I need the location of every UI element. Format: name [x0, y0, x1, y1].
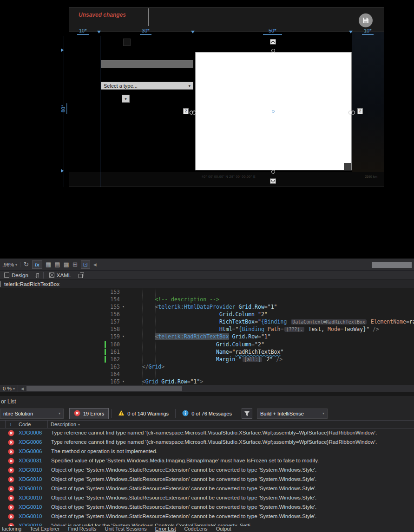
snaplines-toggle-icon[interactable]: ⊡	[81, 260, 90, 269]
bottom-tab-unit-test-sessions[interactable]: Unit Test Sessions	[101, 526, 151, 532]
bottom-tab-codelens[interactable]: CodeLens	[180, 526, 211, 532]
editor-line[interactable]: 157 RichTextBox="{Binding DataContext=Ra…	[0, 318, 414, 325]
error-row[interactable]: XDG0031Specified value of type 'System.W…	[0, 456, 414, 466]
fold-arrow-icon[interactable]: ▾	[122, 333, 125, 340]
error-row[interactable]: XDG0010Object of type 'System.Windows.St…	[0, 512, 414, 521]
designed-combobox[interactable]: Select a type... ▾	[101, 82, 193, 90]
error-code-link[interactable]: XDG0010	[19, 513, 42, 519]
filter-button[interactable]	[242, 408, 252, 419]
editor-line[interactable]: 158 Html="{Binding Path=(???). Test, Mod…	[0, 325, 414, 333]
description-column-header[interactable]: Description ▾	[48, 421, 414, 428]
resize-handle-top[interactable]	[271, 49, 275, 52]
error-code-link[interactable]: XDG0010	[19, 495, 42, 500]
popout-icon[interactable]	[75, 271, 87, 279]
fold-arrow-icon[interactable]: ▾	[122, 378, 125, 385]
grid-rails-icon[interactable]: ▤	[54, 260, 60, 269]
column-width-label[interactable]: 10*	[77, 28, 89, 35]
designed-dropdown-button[interactable]: ▾	[122, 95, 130, 103]
xaml-editor[interactable]: 153154 <!-- description -->155▾ <telerik…	[0, 288, 414, 385]
resize-grip[interactable]	[344, 163, 351, 170]
designed-image-placeholder[interactable]	[123, 39, 131, 46]
error-row[interactable]: XDG0010Object of type 'System.Windows.St…	[0, 493, 414, 503]
editor-line[interactable]: 164	[0, 370, 414, 378]
fold-arrow-icon[interactable]: ▾	[122, 303, 125, 311]
warnings-filter-button[interactable]: 0 of 140 Warnings	[114, 408, 173, 419]
error-code-link[interactable]: XDG0031	[19, 458, 42, 463]
row-height-label[interactable]: 80*	[60, 104, 67, 114]
error-code-link[interactable]: XDG0010	[19, 486, 42, 491]
editor-hscrollbar[interactable]	[26, 385, 414, 392]
editor-line[interactable]: 156 Grid.Column="2"	[0, 311, 414, 318]
swap-panes-icon[interactable]	[33, 271, 42, 279]
messages-filter-button[interactable]: 0 of 76 Messages	[178, 408, 236, 419]
editor-line[interactable]: 160 Grid.Column="2"	[0, 341, 414, 348]
error-code-link[interactable]: XDG0018	[19, 523, 42, 526]
margin-anchor-top-icon[interactable]	[270, 39, 276, 45]
column-marker-icon[interactable]	[191, 31, 195, 33]
errors-filter-button[interactable]: 19 Errors	[69, 408, 109, 419]
snapping-icon[interactable]: ⊞	[72, 260, 78, 269]
tab-xaml[interactable]: XAML	[45, 271, 75, 279]
designed-textbox[interactable]	[101, 60, 193, 68]
error-code-link[interactable]: XDG0010	[19, 467, 42, 473]
error-code-link[interactable]: XDG0006	[19, 439, 42, 445]
margin-right-value[interactable]: 2	[357, 108, 363, 114]
column-marker-icon[interactable]	[349, 31, 353, 33]
refresh-icon[interactable]: ↻	[24, 260, 29, 269]
error-row[interactable]: XDG0010Object of type 'System.Windows.St…	[0, 475, 414, 484]
breadcrumb-element[interactable]: telerik:RadRichTextBox	[4, 281, 59, 287]
editor-hscrollbar-thumb[interactable]	[26, 386, 182, 391]
save-icon[interactable]	[359, 13, 373, 27]
error-row[interactable]: XDG0018'Value' is not valid for the 'Sys…	[0, 521, 414, 526]
bottom-tab-error-list[interactable]: Error List	[151, 526, 180, 532]
editor-line[interactable]: 159▾ <telerik:RadRichTextBox Grid.Row="1…	[0, 333, 414, 340]
editor-zoom-combobox[interactable]: 0 % ▾	[0, 385, 18, 392]
row-marker-icon[interactable]	[61, 169, 64, 173]
editor-line[interactable]: 162 Margin="[all:] 2" />	[0, 356, 414, 363]
editor-line[interactable]: 155▾ <telerik:HtmlDataProvider Grid.Row=…	[0, 303, 414, 311]
zoom-combobox[interactable]: ,96% ▾	[2, 262, 20, 267]
error-code-link[interactable]: XDG0006	[19, 448, 42, 454]
error-row[interactable]: XDG0010Object of type 'System.Windows.St…	[0, 503, 414, 512]
editor-line[interactable]: 165▾ <Grid Grid.Row="1">	[0, 378, 414, 385]
margin-left-value[interactable]: 2	[183, 108, 189, 114]
source-filter-dropdown[interactable]: Build + IntelliSense ▾	[257, 409, 328, 419]
column-width-label[interactable]: 10*	[362, 28, 374, 35]
collapse-left-icon[interactable]: ◀	[93, 260, 97, 269]
bottom-tab-output[interactable]: Output	[212, 526, 236, 532]
snap-grid-icon[interactable]: ▩	[64, 260, 69, 269]
error-code-link[interactable]: XDG0010	[19, 476, 42, 482]
error-code-link[interactable]: XDG0006	[19, 430, 42, 435]
grid-column-line[interactable]	[100, 36, 100, 187]
column-marker-icon[interactable]	[97, 31, 101, 33]
severity-column-header[interactable]: !	[6, 421, 16, 428]
error-row[interactable]: XDG0010Object of type 'System.Windows.St…	[0, 466, 414, 475]
margin-chain-left-icon[interactable]	[189, 109, 197, 117]
code-column-header[interactable]: Code	[16, 421, 48, 428]
resize-handle-bottom[interactable]	[271, 170, 275, 174]
designer-hscrollbar-thumb[interactable]	[372, 262, 412, 268]
bottom-tab-factoring[interactable]: factoring	[1, 526, 26, 532]
scroll-left-icon[interactable]: ◀	[18, 387, 26, 391]
center-anchor-handle[interactable]	[272, 110, 275, 113]
panel-divider[interactable]	[0, 392, 414, 396]
bottom-tab-test-explorer[interactable]: Test Explorer	[26, 526, 64, 532]
tab-design[interactable]: Design	[0, 271, 33, 279]
row-marker-icon[interactable]	[61, 48, 64, 52]
grid-row-line[interactable]	[64, 172, 384, 172]
column-width-label[interactable]: 50*	[263, 28, 282, 35]
editor-line[interactable]: 154 <!-- description -->	[0, 296, 414, 303]
error-row[interactable]: XDG0010Object of type 'System.Windows.St…	[0, 484, 414, 493]
margin-anchor-bottom-icon[interactable]	[270, 178, 276, 184]
error-code-link[interactable]: XDG0010	[19, 504, 42, 510]
editor-line[interactable]: 153	[0, 288, 414, 296]
show-grid-icon[interactable]: ▦	[46, 260, 51, 269]
error-row[interactable]: XDG0006Type reference cannot find type n…	[0, 438, 414, 447]
margin-chain-right-icon[interactable]	[348, 109, 355, 117]
bottom-tab-find-results[interactable]: Find Results	[64, 526, 100, 532]
editor-line[interactable]: 161 Name="radRichTextBox"	[0, 348, 414, 356]
scope-filter-dropdown[interactable]: ntire Solution ▾	[0, 409, 64, 419]
column-width-label[interactable]: 30*	[140, 28, 151, 35]
error-row[interactable]: XDG0006The method or operation is not im…	[0, 447, 414, 456]
effects-toggle-icon[interactable]: fx	[32, 260, 42, 269]
